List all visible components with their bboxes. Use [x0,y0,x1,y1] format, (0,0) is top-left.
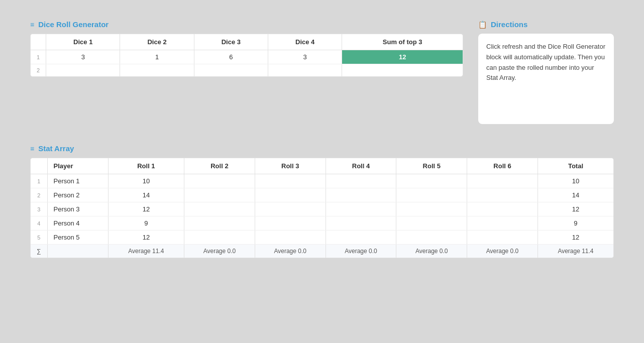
stat-avg-total: Average 11.4 [538,245,613,258]
stat-row-1-rownum: 1 [31,174,47,188]
stat-row-2: 2Person 21414 [31,188,613,202]
stat-row-4-rownum: 4 [31,216,47,231]
stat-row-3-roll1: 12 [108,202,184,216]
stat-row-4-roll3 [255,216,326,231]
stat-avg-roll5: Average 0.0 [396,245,467,258]
stat-icon: ≡ [30,145,34,153]
stat-row-3-roll5 [396,202,467,216]
dice-row-1: 1316312 [31,50,463,64]
stat-row-5-rownum: 5 [31,231,47,245]
stat-avg-roll1: Average 11.4 [108,245,184,258]
dice-row-2-sum [342,64,463,77]
stat-col-roll5: Roll 5 [396,158,467,174]
dice-table-wrapper: Dice 1 Dice 2 Dice 3 Dice 4 Sum of top 3… [30,34,463,77]
stat-row-1-roll5 [396,174,467,188]
dice-row-1-dice3: 6 [194,50,268,64]
stat-row-3-roll4 [326,202,396,216]
dice-row-2-dice3 [194,64,268,77]
stat-row-5-roll3 [255,231,326,245]
stat-row-4-roll4 [326,216,396,231]
directions-title-label: Directions [491,20,527,29]
stat-row-1-roll4 [326,174,396,188]
stat-row-1-roll6 [467,174,538,188]
stat-row-3-rownum: 3 [31,202,47,216]
dice-row-1-dice2: 1 [120,50,194,64]
stat-row-1-roll3 [255,174,326,188]
stat-row-5-player: Person 5 [47,231,108,245]
stat-row-4-roll1: 9 [108,216,184,231]
dice-row-num-1: 1 [31,50,46,64]
stat-row-4-roll5 [396,216,467,231]
stat-row-2-roll6 [467,188,538,202]
stat-row-1: 1Person 11010 [31,174,613,188]
dice-section: ≡ Dice Roll Generator Dice 1 Dice 2 Dice… [30,20,463,77]
stat-row-5-roll4 [326,231,396,245]
stat-col-roll2: Roll 2 [184,158,255,174]
stat-row-2-rownum: 2 [31,188,47,202]
stat-row-2-total: 14 [538,188,613,202]
stat-row-3-roll3 [255,202,326,216]
stat-avg-roll4: Average 0.0 [326,245,396,258]
stat-table-wrapper: Player Roll 1 Roll 2 Roll 3 Roll 4 Roll … [30,158,614,258]
dice-header-row: Dice 1 Dice 2 Dice 3 Dice 4 Sum of top 3 [31,34,463,50]
dice-col-sum: Sum of top 3 [342,34,463,50]
stat-row-5-roll2 [184,231,255,245]
stat-col-roll4: Roll 4 [326,158,396,174]
stat-row-5-total: 12 [538,231,613,245]
stat-title-label: Stat Array [38,144,74,153]
stat-row-5: 5Person 51212 [31,231,613,245]
stat-avg-roll2: Average 0.0 [184,245,255,258]
stat-row-2-roll2 [184,188,255,202]
top-row: ≡ Dice Roll Generator Dice 1 Dice 2 Dice… [30,20,614,124]
stat-section-title: ≡ Stat Array [30,144,614,153]
stat-row-3: 3Person 31212 [31,202,613,216]
dice-section-title: ≡ Dice Roll Generator [30,20,463,29]
dice-row-1-sum: 12 [342,50,463,64]
dice-title-label: Dice Roll Generator [38,20,109,29]
stat-row-2-player: Person 2 [47,188,108,202]
stat-avg-roll6: Average 0.0 [467,245,538,258]
stat-col-roll1: Roll 1 [108,158,184,174]
stat-avg-rownum: ∑ [31,245,47,258]
dice-row-num-2: 2 [31,64,46,77]
directions-section: 📋 Directions Click refresh and the Dice … [478,20,614,124]
stat-row-3-total: 12 [538,202,613,216]
stat-row-2-roll3 [255,188,326,202]
stat-col-rownum [31,158,47,174]
stat-row-1-roll2 [184,174,255,188]
dice-col-rownum [31,34,46,50]
directions-section-title: 📋 Directions [478,20,614,29]
dice-col-4: Dice 4 [268,34,342,50]
stat-row-4-roll2 [184,216,255,231]
dice-row-2-dice2 [120,64,194,77]
stat-row-4-total: 9 [538,216,613,231]
directions-text: Click refresh and the Dice Roll Generato… [486,43,605,81]
stat-section: ≡ Stat Array Player Roll 1 Roll 2 Roll 3… [30,144,614,258]
dice-col-3: Dice 3 [194,34,268,50]
stat-row-5-roll5 [396,231,467,245]
stat-header-row: Player Roll 1 Roll 2 Roll 3 Roll 4 Roll … [31,158,613,174]
stat-row-2-roll4 [326,188,396,202]
directions-box: Click refresh and the Dice Roll Generato… [478,34,614,124]
dice-row-2-dice1 [46,64,120,77]
stat-table: Player Roll 1 Roll 2 Roll 3 Roll 4 Roll … [31,158,613,258]
stat-avg-roll3: Average 0.0 [255,245,326,258]
stat-row-1-roll1: 10 [108,174,184,188]
stat-row-3-roll2 [184,202,255,216]
stat-row-2-roll5 [396,188,467,202]
stat-row-2-roll1: 14 [108,188,184,202]
dice-row-2: 2 [31,64,463,77]
dice-row-1-dice4: 3 [268,50,342,64]
dice-icon: ≡ [30,21,34,29]
stat-avg-row: ∑Average 11.4Average 0.0Average 0.0Avera… [31,245,613,258]
stat-col-total: Total [538,158,613,174]
stat-col-player: Player [47,158,108,174]
stat-row-3-player: Person 3 [47,202,108,216]
dice-col-1: Dice 1 [46,34,120,50]
dice-row-2-dice4 [268,64,342,77]
stat-avg-player [47,245,108,258]
stat-row-1-total: 10 [538,174,613,188]
stat-row-3-roll6 [467,202,538,216]
stat-row-4-player: Person 4 [47,216,108,231]
directions-icon: 📋 [478,21,487,29]
